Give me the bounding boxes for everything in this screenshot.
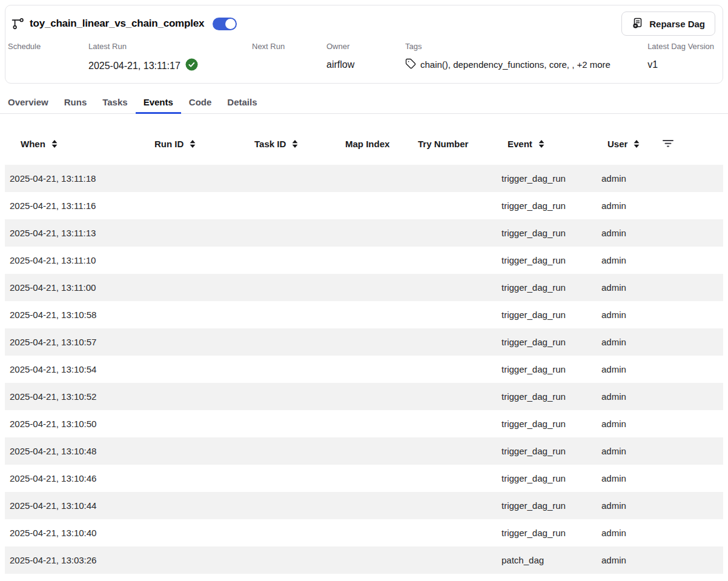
dag-title-row: toy_chain_linear_vs_chain_complex Repars… [5,5,723,35]
cell-when: 2025-04-21, 13:10:44 [5,500,144,511]
column-header-try-number: Try Number [407,139,497,149]
cell-event: trigger_dag_run [497,228,597,238]
cell-user: admin [597,555,657,565]
cell-user: admin [597,255,657,265]
cell-when: 2025-04-21, 13:10:40 [5,528,144,538]
dag-meta-row: Schedule Latest Run 2025-04-21, 13:11:17… [5,35,723,83]
success-check-icon [185,58,198,73]
column-header-user[interactable]: User [597,139,657,149]
column-label: Event [508,139,532,149]
table-row: 2025-04-21, 13:03:26 patch_dag admin [5,546,723,574]
cell-when: 2025-04-21, 13:10:57 [5,337,144,347]
document-refresh-icon [632,17,644,31]
cell-user: admin [597,282,657,293]
cell-when: 2025-04-21, 13:10:58 [5,310,144,320]
table-row: 2025-04-21, 13:10:50 trigger_dag_run adm… [5,410,723,437]
cell-event: trigger_dag_run [497,310,597,320]
filter-button[interactable] [657,139,723,148]
cell-when: 2025-04-21, 13:11:00 [5,282,144,293]
schedule-value [8,58,88,71]
tab-details[interactable]: Details [219,93,265,113]
tab-overview[interactable]: Overview [0,93,56,113]
sort-icon [291,139,299,148]
cell-event: trigger_dag_run [497,473,597,483]
cell-event: trigger_dag_run [497,337,597,347]
table-row: 2025-04-21, 13:10:57 trigger_dag_run adm… [5,328,723,356]
table-row: 2025-04-21, 13:10:40 trigger_dag_run adm… [5,519,723,546]
filter-lines-icon [662,139,674,148]
cell-when: 2025-04-21, 13:10:50 [5,419,144,429]
column-header-when[interactable]: When [5,139,144,149]
cell-user: admin [597,391,657,402]
cell-user: admin [597,337,657,347]
owner-value: airflow [326,58,405,71]
cell-event: trigger_dag_run [497,528,597,538]
meta-latest-run: Latest Run 2025-04-21, 13:11:17 [88,42,252,73]
sort-icon [633,139,640,148]
cell-user: admin [597,228,657,238]
dag-header-card: toy_chain_linear_vs_chain_complex Repars… [5,5,723,84]
cell-when: 2025-04-21, 13:11:13 [5,228,144,238]
sort-icon [51,139,58,148]
dag-tab-bar: OverviewRunsTasksEventsCodeDetails [0,93,728,114]
meta-owner: Owner airflow [326,42,405,71]
column-label: User [607,139,627,149]
dag-pause-toggle[interactable] [213,18,237,30]
dag-version-value: v1 [647,58,714,71]
cell-event: trigger_dag_run [497,419,597,429]
column-header-map-index: Map Index [334,139,407,149]
cell-user: admin [597,364,657,374]
cell-user: admin [597,473,657,483]
cell-user: admin [597,173,657,184]
table-row: 2025-04-21, 13:11:10 trigger_dag_run adm… [5,247,723,274]
cell-event: trigger_dag_run [497,201,597,211]
column-header-run-id[interactable]: Run ID [144,139,243,149]
tab-runs[interactable]: Runs [56,93,95,113]
cell-event: trigger_dag_run [497,282,597,293]
tags-value[interactable]: chain(), dependency_functions, core, , +… [420,59,611,70]
cell-event: trigger_dag_run [497,446,597,456]
table-row: 2025-04-21, 13:10:58 trigger_dag_run adm… [5,301,723,328]
meta-schedule: Schedule [8,42,88,71]
next-run-value [252,58,326,71]
cell-when: 2025-04-21, 13:11:16 [5,201,144,211]
cell-event: trigger_dag_run [497,173,597,184]
cell-when: 2025-04-21, 13:11:18 [5,173,144,184]
meta-tags: Tags chain(), dependency_functions, core… [405,42,647,71]
cell-when: 2025-04-21, 13:10:46 [5,473,144,483]
tag-icon [405,58,416,71]
column-label: Run ID [154,139,184,149]
tab-code[interactable]: Code [181,93,220,113]
latest-run-label: Latest Run [88,42,252,51]
dag-title: toy_chain_linear_vs_chain_complex [30,18,204,30]
column-header-task-id[interactable]: Task ID [243,139,334,149]
events-table: When Run ID Task ID Map Index Try Number… [5,130,723,574]
dag-icon [12,17,25,30]
sort-icon [189,139,196,148]
cell-user: admin [597,500,657,511]
table-row: 2025-04-21, 13:10:54 trigger_dag_run adm… [5,356,723,383]
cell-event: trigger_dag_run [497,364,597,374]
cell-event: patch_dag [497,555,597,565]
table-row: 2025-04-21, 13:11:16 trigger_dag_run adm… [5,192,723,219]
tab-tasks[interactable]: Tasks [94,93,135,113]
column-label: Map Index [345,139,389,149]
next-run-label: Next Run [252,42,326,51]
tags-label: Tags [405,42,647,51]
table-row: 2025-04-21, 13:11:18 trigger_dag_run adm… [5,165,723,192]
column-header-event[interactable]: Event [497,139,597,149]
cell-user: admin [597,446,657,456]
reparse-dag-label: Reparse Dag [649,19,705,29]
table-row: 2025-04-21, 13:10:46 trigger_dag_run adm… [5,465,723,492]
table-row: 2025-04-21, 13:11:00 trigger_dag_run adm… [5,274,723,301]
events-table-body: 2025-04-21, 13:11:18 trigger_dag_run adm… [5,165,723,574]
cell-event: trigger_dag_run [497,500,597,511]
reparse-dag-button[interactable]: Reparse Dag [621,12,715,36]
cell-event: trigger_dag_run [497,391,597,402]
cell-user: admin [597,419,657,429]
latest-run-value[interactable]: 2025-04-21, 13:11:17 [88,61,180,71]
owner-label: Owner [326,42,405,51]
cell-user: admin [597,201,657,211]
tab-events[interactable]: Events [136,93,181,113]
cell-when: 2025-04-21, 13:03:26 [5,555,144,565]
